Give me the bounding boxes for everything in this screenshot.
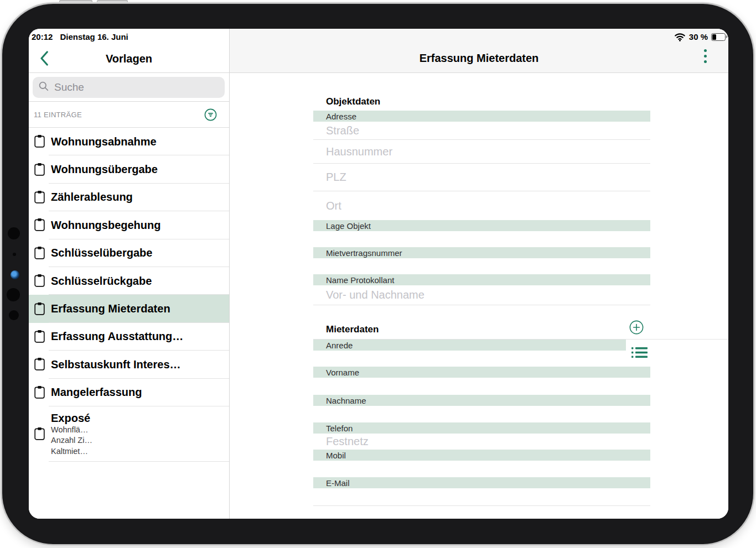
field-label-vorname: Vorname (313, 367, 650, 378)
template-label: Wohnungsbegehung (51, 219, 161, 232)
template-label: Mangelerfassung (51, 386, 142, 399)
expose-subline: Anzahl Zi… (51, 435, 92, 446)
clipboard-icon (34, 357, 45, 370)
sidebar-vorlagen: 20:12Dienstag 16. Juni Vorlagen (29, 29, 230, 519)
field-label-telefon: Telefon (313, 422, 650, 434)
field-label-email: E-Mail (313, 477, 650, 488)
sidebar-item-wohnungsuebergabe[interactable]: Wohnungsübergabe (29, 155, 229, 183)
template-label: Erfassung Ausstattung… (51, 330, 183, 343)
expose-subline: Kaltmiet… (51, 446, 92, 457)
input-ort[interactable]: Ort (313, 191, 650, 220)
sidebar-item-zaehlerablesung[interactable]: Zählerablesung (29, 184, 229, 211)
choose-list-button[interactable] (631, 347, 648, 361)
input-festnetz[interactable]: Festnetz (313, 434, 650, 450)
field-label-lage-objekt: Lage Objekt (313, 220, 650, 231)
field-label-name-protokollant: Name Protokollant (313, 274, 650, 285)
clipboard-icon (34, 134, 45, 148)
expose-subline: Wohnflä… (51, 425, 92, 435)
template-label: Erfassung Mieterdaten (51, 302, 170, 315)
form-content: Objektdaten Adresse Straße Hausnummer PL… (230, 73, 728, 519)
input-mobil[interactable] (313, 461, 650, 477)
sidebar-item-erfassung-mieterdaten[interactable]: Erfassung Mieterdaten (29, 295, 229, 322)
more-menu-button[interactable] (703, 48, 708, 65)
template-label: Schlüsselübergabe (51, 247, 152, 259)
field-label-nachname: Nachname (313, 395, 650, 406)
ellipsis-dot (704, 49, 707, 53)
sidebar-item-erfassung-ausstattung[interactable]: Erfassung Ausstattung… (29, 323, 229, 351)
template-label: Wohnungsabnahme (51, 135, 157, 148)
ellipsis-dot (704, 55, 707, 58)
filter-icon (204, 108, 217, 121)
template-list: Wohnungsabnahme Wohnungsübergabe Zählera… (29, 128, 229, 519)
input-mietvertragsnummer[interactable] (313, 258, 650, 274)
search-input[interactable] (53, 81, 210, 94)
clipboard-icon (34, 427, 45, 440)
search-row (29, 73, 229, 102)
sensor-dot (13, 253, 16, 256)
input-hausnummer[interactable]: Hausnummer (313, 140, 650, 164)
plus-circle-icon (629, 320, 644, 335)
front-camera-lens (11, 270, 19, 279)
expose-text-block: Exposé Wohnflä… Anzahl Zi… Kaltmiet… (51, 411, 92, 457)
template-label: Wohnungsübergabe (51, 163, 158, 176)
section-heading-mieterdaten: Mieterdaten (326, 324, 650, 335)
sensor-dot (9, 310, 19, 320)
input-plz[interactable]: PLZ (313, 164, 650, 191)
template-label: Schlüsselrückgabe (51, 275, 152, 288)
status-date: Dienstag 16. Juni (60, 32, 128, 41)
section-header-mieterdaten: Mieterdaten (313, 324, 650, 335)
clipboard-icon (34, 274, 45, 287)
clipboard-icon (34, 330, 45, 343)
sidebar-item-mangelerfassung[interactable]: Mangelerfassung (29, 379, 229, 406)
main-panel: 30 % Erfassung Mieterdaten Objektdaten A… (230, 29, 728, 519)
search-icon (39, 81, 49, 93)
ellipsis-dot (704, 60, 707, 64)
bullet-list-icon (631, 347, 648, 358)
sidebar-header: 20:12Dienstag 16. Juni Vorlagen (29, 29, 229, 73)
input-lage-objekt[interactable] (313, 231, 650, 247)
wifi-icon (674, 33, 686, 41)
sidebar-item-schluesseluebergabe[interactable]: Schlüsselübergabe (29, 239, 229, 267)
status-bar-right: 30 % (674, 32, 726, 41)
section-heading-objektdaten: Objektdaten (326, 96, 650, 107)
input-email[interactable] (313, 488, 650, 506)
add-mieter-button[interactable] (629, 320, 644, 337)
page-title: Erfassung Mieterdaten (230, 52, 728, 65)
sidebar-item-expose[interactable]: Exposé Wohnflä… Anzahl Zi… Kaltmiet… (29, 406, 229, 462)
clipboard-icon (34, 302, 45, 315)
sidebar-item-wohnungsbegehung[interactable]: Wohnungsbegehung (29, 211, 229, 239)
status-time: 20:12 (32, 32, 53, 41)
field-label-anrede: Anrede (313, 340, 626, 351)
input-anrede[interactable] (313, 351, 650, 367)
input-strasse[interactable]: Straße (313, 122, 650, 140)
sensor-dot (7, 288, 20, 301)
input-vorname[interactable] (313, 378, 650, 395)
field-label-mietvertragsnummer: Mietvertragsnummer (313, 247, 650, 258)
sidebar-title: Vorlagen (29, 53, 229, 65)
input-nachname[interactable] (313, 406, 650, 422)
clipboard-icon (34, 218, 45, 231)
template-label: Exposé (51, 411, 92, 425)
template-label: Zählerablesung (51, 191, 133, 203)
clipboard-icon (34, 385, 45, 399)
template-label: Selbstauskunft Interes… (51, 358, 181, 371)
sidebar-item-wohnungsabnahme[interactable]: Wohnungsabnahme (29, 128, 229, 155)
sidebar-item-schluesselrueckgabe[interactable]: Schlüsselrückgabe (29, 267, 229, 295)
filter-button[interactable] (204, 108, 217, 121)
clipboard-icon (34, 163, 45, 176)
battery-percent-label: 30 % (689, 32, 708, 41)
clipboard-icon (34, 246, 45, 259)
battery-icon (711, 33, 726, 41)
search-field[interactable] (33, 77, 225, 98)
field-label-adresse: Adresse (313, 111, 650, 122)
sensor-dot (8, 227, 20, 239)
main-navbar: 30 % Erfassung Mieterdaten (230, 29, 728, 73)
input-protokollant[interactable]: Vor- und Nachname (313, 285, 650, 305)
entries-header: 11 EINTRÄGE (29, 102, 229, 128)
app-screen: 20:12Dienstag 16. Juni Vorlagen (29, 29, 728, 519)
anrede-row: Anrede (313, 340, 650, 367)
clipboard-icon (34, 190, 45, 203)
status-bar-left: 20:12Dienstag 16. Juni (32, 32, 128, 41)
sidebar-item-selbstauskunft[interactable]: Selbstauskunft Interes… (29, 351, 229, 378)
entries-count-label: 11 EINTRÄGE (34, 111, 82, 119)
